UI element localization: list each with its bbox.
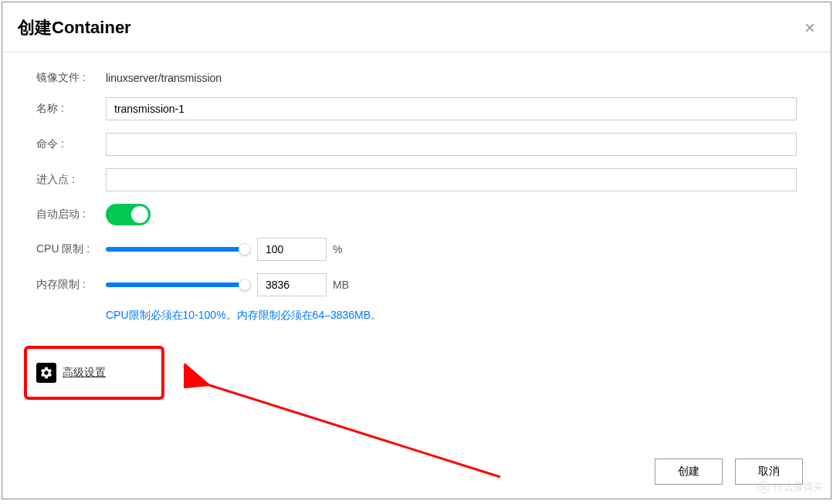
close-icon[interactable]: × bbox=[804, 19, 815, 37]
dialog-header: 创建Container × bbox=[2, 2, 831, 52]
limit-hint: CPU限制必须在10-100%。内存限制必须在64–3836MB。 bbox=[106, 309, 797, 323]
watermark-text: 什么值得买 bbox=[773, 480, 823, 494]
entrypoint-input[interactable] bbox=[106, 168, 797, 191]
auto-start-label: 自动启动 : bbox=[36, 208, 106, 222]
command-label: 命令 : bbox=[36, 137, 106, 151]
image-file-label: 镜像文件 : bbox=[36, 71, 106, 85]
memory-limit-unit: MB bbox=[333, 279, 349, 291]
image-file-row: 镜像文件 : linuxserver/transmission bbox=[36, 71, 797, 85]
slider-thumb[interactable] bbox=[239, 279, 251, 291]
name-input[interactable] bbox=[106, 97, 797, 120]
cpu-limit-input[interactable] bbox=[257, 238, 327, 261]
cpu-limit-slider[interactable] bbox=[106, 247, 245, 252]
create-container-dialog: 创建Container × 镜像文件 : linuxserver/transmi… bbox=[2, 2, 831, 499]
memory-limit-input[interactable] bbox=[257, 273, 327, 296]
image-file-value: linuxserver/transmission bbox=[106, 72, 222, 84]
memory-limit-slider[interactable] bbox=[106, 282, 245, 287]
auto-start-row: 自动启动 : bbox=[36, 204, 797, 225]
dialog-body: 镜像文件 : linuxserver/transmission 名称 : 命令 … bbox=[2, 52, 831, 400]
memory-limit-row: 内存限制 : MB bbox=[36, 273, 797, 296]
memory-limit-label: 内存限制 : bbox=[36, 278, 106, 292]
name-row: 名称 : bbox=[36, 97, 797, 120]
toggle-knob bbox=[131, 206, 148, 223]
slider-thumb[interactable] bbox=[239, 243, 251, 255]
advanced-settings-button[interactable]: 高级设置 bbox=[35, 360, 107, 386]
watermark: 值 什么值得买 bbox=[757, 480, 823, 494]
create-button[interactable]: 创建 bbox=[655, 458, 723, 485]
cpu-limit-unit: % bbox=[333, 243, 342, 255]
cpu-limit-row: CPU 限制 : % bbox=[36, 238, 797, 261]
auto-start-toggle[interactable] bbox=[106, 204, 151, 225]
entrypoint-label: 进入点 : bbox=[36, 173, 106, 187]
advanced-settings-label: 高级设置 bbox=[63, 366, 106, 380]
entrypoint-row: 进入点 : bbox=[36, 168, 797, 191]
cpu-limit-label: CPU 限制 : bbox=[36, 242, 106, 256]
watermark-icon: 值 bbox=[757, 481, 770, 493]
command-row: 命令 : bbox=[36, 133, 797, 156]
command-input[interactable] bbox=[106, 133, 797, 156]
dialog-title: 创建Container bbox=[18, 16, 131, 39]
name-label: 名称 : bbox=[36, 102, 106, 116]
gear-icon bbox=[36, 363, 56, 383]
advanced-highlight-box: 高级设置 bbox=[24, 346, 164, 400]
